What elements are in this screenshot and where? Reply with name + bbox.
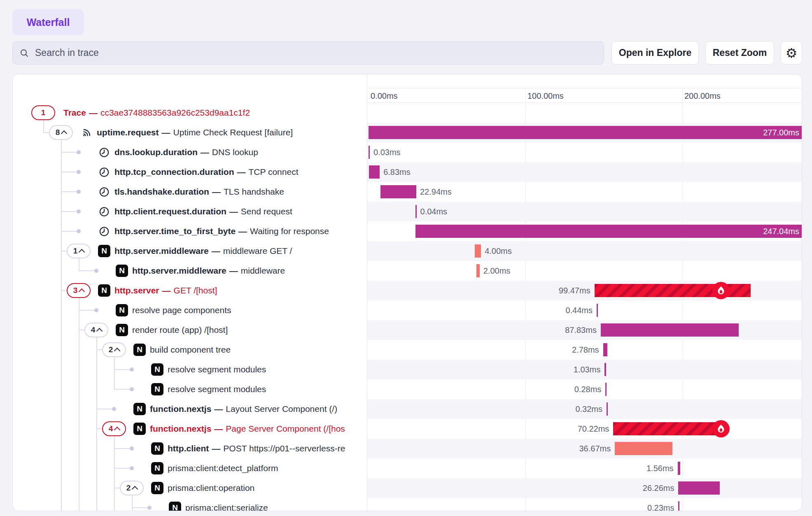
- span-children-pill[interactable]: 3: [67, 283, 91, 298]
- span-duration-bar[interactable]: [476, 264, 480, 277]
- search-input[interactable]: [34, 47, 597, 59]
- span-dot: [94, 269, 98, 273]
- span-tree-row[interactable]: 2Nprisma:client:operation: [13, 478, 367, 498]
- duration-label: 1.03ms: [574, 363, 601, 376]
- span-duration-bar[interactable]: [415, 205, 417, 218]
- span-tree-row[interactable]: 4Nrender route (app) /[host]: [13, 320, 367, 340]
- span-operation: http.server.middleware: [114, 246, 209, 256]
- separator-dash: —: [226, 266, 241, 275]
- span-duration-bar[interactable]: [604, 363, 606, 376]
- span-operation: render route (app) /[host]: [132, 325, 228, 335]
- span-operation: http.server: [114, 286, 159, 295]
- span-duration-bar[interactable]: [678, 462, 680, 475]
- span-title: http.server—GET /[host]: [114, 284, 217, 297]
- tree-connector: [79, 330, 84, 330]
- span-description: TCP connect: [248, 167, 298, 177]
- gear-icon: ⚙: [786, 45, 798, 61]
- span-dot: [94, 308, 98, 312]
- span-duration-bar[interactable]: [615, 442, 672, 455]
- span-children-pill[interactable]: 1: [31, 105, 55, 120]
- fire-icon[interactable]: [712, 420, 730, 437]
- span-title: prisma:client:operation: [168, 482, 254, 494]
- span-duration-bar[interactable]: [380, 185, 416, 198]
- tree-connector: [114, 389, 132, 390]
- span-tree-row[interactable]: Nfunction.nextjs—Layout Server Component…: [13, 399, 367, 419]
- pill-count: 4: [91, 325, 96, 335]
- span-operation: prisma:client:serialize: [185, 503, 268, 511]
- span-tree-row[interactable]: Nresolve segment modules: [13, 379, 367, 399]
- span-tree-row[interactable]: Nresolve segment modules: [13, 360, 367, 379]
- span-tree-row[interactable]: Nresolve page components: [13, 300, 367, 320]
- span-dot: [77, 170, 81, 174]
- search-bar[interactable]: [12, 41, 604, 65]
- tree-connector: [114, 357, 115, 389]
- span-tree-row[interactable]: Nhttp.server.middleware—middleware: [13, 261, 367, 281]
- span-duration-bar[interactable]: [597, 304, 598, 317]
- span-children-pill[interactable]: 4: [102, 421, 126, 436]
- span-tree-row[interactable]: 1Nhttp.server.middleware—middleware GET …: [13, 241, 367, 261]
- reset-zoom-button[interactable]: Reset Zoom: [705, 41, 774, 65]
- nextjs-icon: N: [151, 462, 163, 474]
- span-children-pill[interactable]: 4: [84, 323, 108, 337]
- separator-dash: —: [211, 424, 226, 433]
- span-tree-row[interactable]: tls.handshake.duration—TLS handshake: [13, 182, 367, 202]
- span-tree-row[interactable]: Nprisma:client:serialize: [13, 498, 367, 511]
- span-tree-row[interactable]: Nprisma:client:detect_platform: [13, 458, 367, 478]
- span-children-pill[interactable]: 1: [67, 244, 91, 258]
- tree-connector: [132, 507, 149, 508]
- span-tree-row[interactable]: 1Trace—cc3ae3748883563a926c253d9aa1c1f2: [13, 103, 367, 123]
- separator-dash: —: [211, 404, 226, 414]
- tree-connector: [96, 337, 97, 511]
- span-tree-row[interactable]: http.server.time_to_first_byte—Waiting f…: [13, 221, 367, 241]
- span-children-pill[interactable]: 8: [49, 125, 73, 140]
- span-duration-bar[interactable]: [678, 501, 679, 511]
- tab-waterfall-label: Waterfall: [27, 16, 70, 28]
- clock-icon: [98, 225, 110, 237]
- tree-connector: [79, 258, 79, 271]
- span-duration-bar[interactable]: [475, 244, 481, 258]
- span-children-pill[interactable]: 2: [102, 342, 126, 357]
- settings-button[interactable]: ⚙: [781, 41, 802, 65]
- span-description: Waiting for response: [250, 226, 329, 236]
- span-tree-row[interactable]: http.tcp_connection.duration—TCP connect: [13, 162, 367, 182]
- span-operation: http.server.middleware: [132, 266, 226, 275]
- span-tree-row[interactable]: Nhttp.client—POST https://p01--serverles…: [13, 439, 367, 458]
- span-tree-row[interactable]: 3Nhttp.server—GET /[host]: [13, 281, 367, 300]
- separator-dash: —: [86, 108, 100, 117]
- tree-connector: [132, 495, 133, 511]
- span-tree-row[interactable]: 8uptime.request—Uptime Check Request [fa…: [13, 123, 367, 142]
- span-operation: resolve page components: [132, 305, 231, 315]
- row-stripe: [367, 162, 802, 182]
- nextjs-icon: N: [151, 383, 163, 395]
- nextjs-icon: N: [98, 245, 110, 257]
- span-description: middleware: [241, 266, 285, 275]
- fire-icon[interactable]: [712, 282, 730, 299]
- timeline-pane: 0.00ms100.00ms200.00ms277.00ms0.03ms6.83…: [367, 74, 802, 511]
- span-description: cc3ae3748883563a926c253d9aa1c1f2: [100, 108, 250, 117]
- span-duration-bar[interactable]: [613, 422, 723, 435]
- span-tree-row[interactable]: 2Nbuild component tree: [13, 340, 367, 360]
- span-tree-row[interactable]: 4Nfunction.nextjs—Page Server Component …: [13, 419, 367, 439]
- span-operation: http.client.request.duration: [114, 207, 226, 216]
- chevron-up-icon: [61, 130, 68, 137]
- span-operation: tls.handshake.duration: [114, 187, 209, 196]
- tab-waterfall[interactable]: Waterfall: [12, 9, 84, 35]
- span-duration-bar[interactable]: 247.04ms: [415, 225, 802, 238]
- span-duration-bar[interactable]: [603, 343, 608, 356]
- span-duration-bar[interactable]: [678, 481, 719, 495]
- span-title: prisma:client:detect_platform: [168, 462, 278, 474]
- pill-count: 1: [41, 108, 46, 117]
- nextjs-icon: N: [133, 403, 146, 415]
- span-duration-bar[interactable]: [369, 165, 380, 179]
- tree-connector: [61, 211, 79, 212]
- span-duration-bar[interactable]: [605, 383, 607, 396]
- span-duration-bar[interactable]: [601, 323, 739, 337]
- nextjs-icon: N: [116, 324, 128, 336]
- span-tree-row[interactable]: dns.lookup.duration—DNS lookup: [13, 142, 367, 162]
- span-children-pill[interactable]: 2: [120, 481, 144, 495]
- span-duration-bar[interactable]: 277.00ms: [369, 126, 802, 139]
- span-tree-row[interactable]: http.client.request.duration—Send reques…: [13, 202, 367, 221]
- open-in-explore-button[interactable]: Open in Explore: [611, 41, 699, 65]
- span-duration-bar[interactable]: [607, 402, 608, 416]
- span-duration-bar[interactable]: [369, 146, 370, 159]
